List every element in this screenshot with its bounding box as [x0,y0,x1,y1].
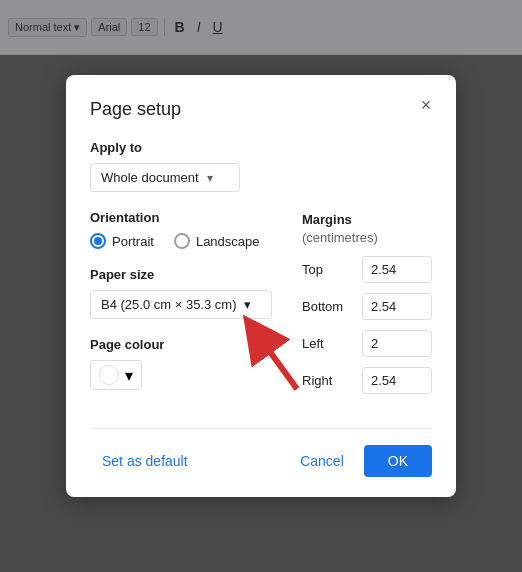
paper-size-arrow: ▾ [244,297,251,312]
apply-to-value: Whole document [101,170,199,185]
set-default-button[interactable]: Set as default [90,445,200,477]
orientation-radio-group: Portrait Landscape [90,233,272,249]
top-margin-row: Top [302,256,432,283]
colour-arrow: ▾ [125,366,133,385]
dialog-title: Page setup [90,99,432,120]
right-margin-row: Right [302,367,432,394]
landscape-option[interactable]: Landscape [174,233,260,249]
apply-to-section: Apply to Whole document ▾ [90,140,432,192]
paper-size-label: Paper size [90,267,272,282]
right-buttons: Cancel OK [284,445,432,477]
orientation-label: Orientation [90,210,272,225]
bottom-margin-label: Bottom [302,299,352,314]
apply-to-arrow: ▾ [207,171,213,185]
right-margin-input[interactable] [362,367,432,394]
margins-header: Margins (centimetres) [302,210,432,246]
bottom-margin-input[interactable] [362,293,432,320]
portrait-option[interactable]: Portrait [90,233,154,249]
colour-picker[interactable]: ▾ [90,360,142,390]
margins-unit: (centimetres) [302,230,378,245]
dialog-overlay: Page setup × Apply to Whole document ▾ O… [0,0,522,572]
close-button[interactable]: × [412,91,440,119]
top-margin-label: Top [302,262,352,277]
left-margin-input[interactable] [362,330,432,357]
page-setup-dialog: Page setup × Apply to Whole document ▾ O… [66,75,456,497]
bottom-margin-row: Bottom [302,293,432,320]
red-arrow-annotation [227,314,317,394]
portrait-radio[interactable] [90,233,106,249]
portrait-label: Portrait [112,234,154,249]
margins-label: Margins [302,212,352,227]
orientation-section: Orientation Portrait Landscape [90,210,272,249]
buttons-row: Set as default Cancel OK [90,428,432,477]
ok-button[interactable]: OK [364,445,432,477]
cancel-button[interactable]: Cancel [284,445,360,477]
top-margin-input[interactable] [362,256,432,283]
colour-swatch [99,365,119,385]
left-margin-row: Left [302,330,432,357]
paper-size-section: Paper size B4 (25.0 cm × 35.3 cm) ▾ [90,267,272,319]
landscape-radio[interactable] [174,233,190,249]
paper-size-value: B4 (25.0 cm × 35.3 cm) [101,297,236,312]
apply-to-label: Apply to [90,140,432,155]
landscape-label: Landscape [196,234,260,249]
left-column: Orientation Portrait Landscape [90,210,292,404]
main-content: Orientation Portrait Landscape [90,210,432,404]
svg-line-1 [257,334,297,389]
apply-to-dropdown[interactable]: Whole document ▾ [90,163,240,192]
